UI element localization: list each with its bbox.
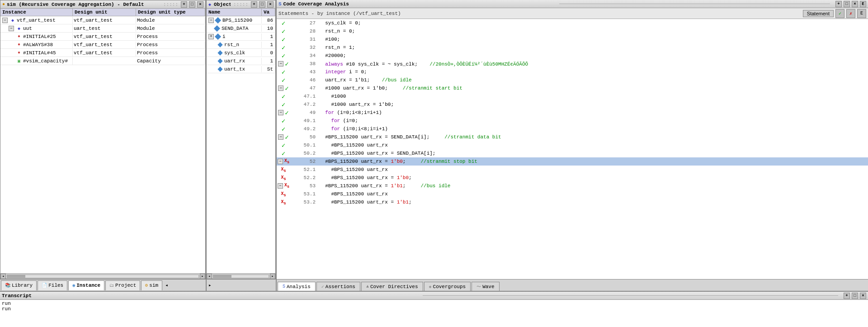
code-row[interactable]: ✓ 34 #20000; bbox=[277, 52, 868, 60]
col-instance: Instance bbox=[0, 9, 73, 16]
sim-pin-btn[interactable]: + bbox=[181, 1, 187, 8]
line-status: ✓ bbox=[277, 117, 290, 125]
cov-float-btn[interactable]: □ bbox=[844, 1, 850, 7]
code-row[interactable]: ✓ 46 uart_rx = 1'b1; //bus idle bbox=[277, 76, 868, 84]
obj-row[interactable]: rst_n 1 bbox=[207, 41, 275, 49]
obj-bottom-area: ▸ bbox=[206, 279, 276, 291]
expand-i[interactable]: + bbox=[208, 34, 214, 39]
expand-50[interactable]: − bbox=[278, 134, 283, 140]
tree-row[interactable]: ● #ALWAYS#38 vtf_uart_test Process bbox=[0, 41, 205, 49]
line-content: #BPS_115200 uart_rx bbox=[317, 141, 868, 149]
code-row[interactable]: Xs 52.1 #BPS_115200 uart_rx bbox=[277, 166, 868, 174]
code-row[interactable]: ✓ 49.1 for (i=0; bbox=[277, 117, 868, 125]
line-status: ✓ bbox=[277, 76, 290, 84]
line-content: for (i=0;i<8;i=i+1) bbox=[317, 125, 868, 133]
obj-row[interactable]: uart_tx St bbox=[207, 65, 275, 73]
code-row-selected[interactable]: − Xs 52 #BPS_115200 uart_rx = 1'b0; //st… bbox=[277, 157, 868, 166]
instance-name: #ALWAYS#38 bbox=[23, 42, 53, 47]
sim-float-btn[interactable]: □ bbox=[189, 1, 195, 8]
hscroll-right-btn[interactable]: ▸ bbox=[200, 274, 205, 279]
line-status: − ✓ bbox=[277, 84, 290, 92]
expand-bps[interactable]: − bbox=[208, 18, 214, 23]
obj-hscroll[interactable]: ◂ ▸ bbox=[207, 273, 275, 279]
signal-icon bbox=[215, 17, 221, 24]
code-row[interactable]: ✓ 49.2 for (i=0;i<8;i=i+1) bbox=[277, 125, 868, 133]
tree-row[interactable]: − ◆ uut uart_test Module bbox=[0, 24, 205, 33]
cov-x-btn[interactable]: ✗ bbox=[846, 9, 855, 18]
code-row[interactable]: Xs 52.2 #BPS_115200 uart_rx = 1'b0; bbox=[277, 174, 868, 182]
code-row[interactable]: ✓ 28 rst_n = 0; bbox=[277, 27, 868, 35]
hscroll-right-btn[interactable]: ▸ bbox=[270, 274, 275, 279]
line-status: Xs bbox=[277, 174, 290, 182]
cov-settings-btn[interactable]: E bbox=[857, 9, 866, 18]
cov-pin-btn[interactable]: + bbox=[835, 1, 842, 7]
tab-files[interactable]: 📄 Files bbox=[38, 280, 67, 290]
cov-tab-cover-directives[interactable]: ▲ Cover Directives bbox=[361, 282, 423, 291]
line-content: integer i = 0; bbox=[317, 68, 868, 76]
obj-row[interactable]: SEND_DATA 10 bbox=[207, 24, 275, 33]
code-row[interactable]: ✓ 27 sys_clk = 0; bbox=[277, 19, 868, 27]
design-unit: vtf_uart_test bbox=[73, 17, 136, 24]
line-number: 49.1 bbox=[290, 117, 317, 125]
tree-row[interactable]: ● #INITIAL#25 vtf_uart_test Process bbox=[0, 33, 205, 41]
obj-pin-btn[interactable]: + bbox=[251, 1, 257, 8]
code-row[interactable]: ✓ 43 integer i = 0; bbox=[277, 68, 868, 76]
hscroll-left-btn[interactable]: ◂ bbox=[0, 274, 6, 279]
tab-project[interactable]: 🗂 Project bbox=[105, 280, 140, 290]
line-number: 53.1 bbox=[290, 190, 317, 198]
obj-row[interactable]: uart_rx 1 bbox=[207, 57, 275, 65]
transcript-float-btn[interactable]: □ bbox=[852, 293, 858, 299]
expand-49[interactable]: − bbox=[278, 110, 283, 115]
code-row[interactable]: Xs 53.1 #BPS_115200 uart_rx bbox=[277, 190, 868, 198]
sim-bottom-tabs: 📚 Library 📄 Files ◉ Instance 🗂 Project ⚙… bbox=[0, 279, 206, 291]
expand-53[interactable]: − bbox=[278, 183, 283, 189]
code-row[interactable]: ✓ 47.2 #1000 uart_rx = 1'b0; bbox=[277, 100, 868, 109]
obj-close-btn[interactable]: × bbox=[267, 1, 274, 8]
expand-vtf[interactable]: − bbox=[2, 18, 8, 23]
sim-hscroll[interactable]: ◂ ▸ bbox=[0, 273, 205, 279]
col-design-type: Design unit type bbox=[136, 9, 205, 16]
code-row[interactable]: ✓ 47.1 #1000 bbox=[277, 92, 868, 100]
code-row[interactable]: Xs 53.2 #BPS_115200 uart_rx = 1'b1; bbox=[277, 198, 868, 206]
code-row[interactable]: ✓ 50.1 #BPS_115200 uart_rx bbox=[277, 141, 868, 149]
code-row[interactable]: − ✓ 49 for (i=0;i<8;i=i+1) bbox=[277, 109, 868, 117]
obj-row[interactable]: − BPS_115200 86 bbox=[207, 16, 275, 24]
obj-float-btn[interactable]: □ bbox=[259, 1, 265, 8]
design-type: Process bbox=[136, 33, 205, 40]
transcript-line: run bbox=[2, 306, 866, 312]
cov-tab-assertions[interactable]: ✓ Assertions bbox=[316, 282, 360, 291]
transcript-close-btn[interactable]: × bbox=[860, 293, 866, 299]
tab-library-label: Library bbox=[12, 283, 33, 288]
statement-btn[interactable]: Statement bbox=[803, 10, 834, 17]
code-row[interactable]: − ✓ 38 always #10 sys_clk = ~ sys_clk; /… bbox=[277, 60, 868, 68]
expand-38[interactable]: − bbox=[278, 61, 283, 66]
code-row[interactable]: ✓ 50.2 #BPS_115200 uart_rx = SEND_DATA[i… bbox=[277, 149, 868, 157]
tree-row[interactable]: ● #INITIAL#45 vtf_uart_test Process bbox=[0, 49, 205, 57]
cov-tab-covergroups[interactable]: ◈ Covergroups bbox=[424, 282, 471, 291]
cov-tab-wave[interactable]: 〜 Wave bbox=[472, 282, 499, 291]
tab-instance[interactable]: ◉ Instance bbox=[68, 280, 104, 290]
obj-row[interactable]: sys_clk 0 bbox=[207, 49, 275, 57]
obj-row[interactable]: + i 1 bbox=[207, 33, 275, 41]
code-row[interactable]: − Xs 53 #BPS_115200 uart_rx = 1'b1; //bu… bbox=[277, 182, 868, 190]
cov-tab-analysis[interactable]: S Analysis bbox=[278, 282, 316, 291]
code-row[interactable]: − ✓ 50 #BPS_115200 uart_rx = SEND_DATA[i… bbox=[277, 133, 868, 141]
obj-scroll-right[interactable]: ▸ bbox=[207, 282, 213, 288]
cov-max-btn[interactable]: E bbox=[860, 1, 866, 7]
hscroll-left-btn[interactable]: ◂ bbox=[207, 274, 212, 279]
tab-library[interactable]: 📚 Library bbox=[1, 280, 37, 290]
transcript-pin-btn[interactable]: + bbox=[844, 293, 850, 299]
expand-52[interactable]: − bbox=[278, 159, 283, 164]
code-row[interactable]: − ✓ 47 #1000 uart_rx = 1'b0; //stranmit … bbox=[277, 84, 868, 92]
cov-check-btn[interactable]: ✓ bbox=[835, 9, 844, 18]
cov-close-btn[interactable]: × bbox=[852, 1, 858, 7]
tree-row[interactable]: ▣ #vsim_capacity# Capacity bbox=[0, 57, 205, 65]
expand-47[interactable]: − bbox=[278, 85, 283, 91]
code-row[interactable]: ✓ 31 #100; bbox=[277, 35, 868, 43]
code-row[interactable]: ✓ 32 rst_n = 1; bbox=[277, 43, 868, 52]
tabs-scroll-left[interactable]: ◂ bbox=[163, 282, 170, 288]
sim-close-btn[interactable]: × bbox=[197, 1, 203, 8]
tree-row[interactable]: − ◆ vtf_uart_test vtf_uart_test Module bbox=[0, 16, 205, 24]
tab-sim[interactable]: ⚙ sim bbox=[141, 280, 162, 290]
expand-uut[interactable]: − bbox=[9, 26, 14, 31]
